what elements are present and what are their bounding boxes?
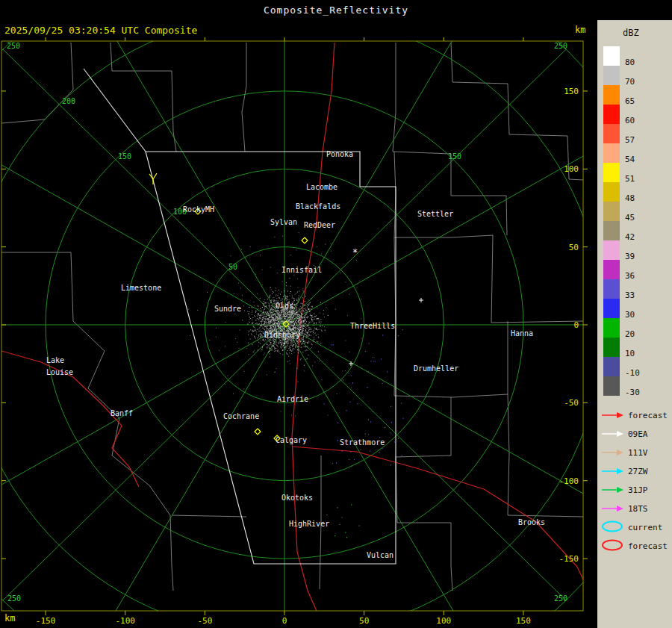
dbz-value-label: 48 [625,193,635,203]
azimuth-spoke [85,20,284,325]
city-label: ThreeHills [350,322,395,330]
azimuth-spoke [0,325,284,520]
track-ellipse: current [597,518,672,537]
dbz-swatch [603,182,620,202]
ring-distance-label: 150 [448,152,461,161]
track-arrow-icon [600,483,626,497]
title-bar: Composite_Reflectivity [0,0,672,20]
track-arrow: 31JP [597,481,672,500]
radar-map[interactable]: 50100150200250150250250250*PonokaLacombe… [0,20,597,628]
track-ellipse-label: forecast [628,541,668,551]
dbz-scale-row: 45 [597,202,672,221]
dbz-scale-row: 70 [597,66,672,85]
y-axis-label: -100 [559,476,579,486]
dbz-value-label: 51 [625,174,635,184]
y-axis-label: 150 [564,87,579,96]
city-label: RedDeer [304,221,335,229]
city-label: Brooks [518,518,545,526]
dbz-value-label: 65 [625,96,635,106]
track-arrow-label: 111V [628,448,648,458]
county-boundary [172,515,246,517]
dbz-swatch [603,202,620,221]
x-axis-label: -100 [115,616,135,626]
dbz-value-label: 57 [625,135,635,145]
dbz-swatch [603,318,620,338]
y-axis-label: 100 [564,164,579,174]
dbz-swatch [603,299,620,318]
county-boundary [242,43,246,152]
dbz-swatch [603,279,620,299]
county-boundary [1,252,73,321]
county-boundary [394,152,493,237]
dbz-swatch [603,66,620,85]
map-layers: 50100150200250150250250250*PonokaLacombe… [0,20,597,628]
y-axis-label: -50 [564,398,579,408]
dbz-value-label: 39 [625,252,635,261]
track-arrow-label: 27ZW [628,467,648,476]
track-arrow-icon [600,427,626,441]
echo-dots-green [326,505,359,538]
city-label: Strathmore [340,438,385,447]
track-arrow: 18TS [597,500,672,518]
dbz-scale-row: -30 [597,376,672,396]
coverage-outline [84,69,146,152]
radar-site-marker [302,237,308,243]
dbz-value-label: -30 [625,388,640,397]
city-label: Sundre [214,305,241,313]
x-axis-label: 0 [282,616,287,626]
dbz-scale-row: 57 [597,124,672,143]
ring-distance-label: 250 [7,42,20,50]
city-label: Vulcan [367,551,393,559]
track-arrow-icon [600,408,626,423]
azimuth-spoke [0,130,284,325]
highway-line [292,447,591,595]
track-ellipse: forecast [597,537,672,556]
track-arrow-label: 09EA [628,429,648,439]
scale-title: dBZ [597,20,672,40]
city-label: RockyMH [183,205,214,214]
dbz-value-label: 60 [625,116,635,125]
city-label: Lacombe [306,183,337,191]
dbz-scale-row: -10 [597,357,672,376]
county-boundary [393,43,396,152]
dbz-value-label: 80 [625,57,635,67]
track-legend: forecast09EA111V27ZW31JP18TScurrentforec… [597,406,672,556]
track-arrow-label: forecast [628,411,668,420]
dbz-value-label: -10 [625,368,640,378]
dbz-value-label: 42 [625,232,635,242]
ring-distance-label: 200 [62,97,75,105]
ring-distance-label: 250 [554,42,567,50]
radar-window: Composite_Reflectivity 50100150200250150… [0,0,672,628]
dbz-scale-row: 80 [597,46,672,66]
dbz-swatch [603,46,620,66]
dbz-scale-row: 54 [597,143,672,163]
dbz-scale-row: 48 [597,182,672,202]
city-label: Olds [276,302,293,310]
city-label: Banff [111,409,133,417]
dbz-scale-row: 30 [597,299,672,318]
dbz-value-label: 10 [625,349,635,358]
city-label: Louise [46,368,73,376]
ring-distance-label: 250 [554,594,567,603]
y-axis-label: 0 [573,320,579,330]
dbz-swatch [603,105,620,124]
content: 50100150200250150250250250*PonokaLacombe… [0,20,672,628]
echo-dots-dim [188,233,374,416]
x-axis-label: 50 [359,616,369,626]
dbz-value-label: 33 [625,290,635,300]
dbz-value-label: 45 [625,213,635,223]
city-label: Ponoka [326,150,353,158]
dbz-value-label: 20 [625,329,635,339]
azimuth-spoke [284,20,484,325]
dbz-value-label: 30 [625,310,635,320]
dbz-value-label: 36 [625,271,635,281]
dbz-swatch [603,143,620,163]
city-label: Drumheller [414,364,458,373]
x-axis-label: 100 [436,616,451,626]
city-label: Lake [46,356,64,364]
dbz-value-label: 70 [625,77,635,87]
dbz-scale-row: 42 [597,221,672,240]
track-arrow: 111V [597,444,672,462]
city-label: Blackfalds [296,202,340,211]
y-marker [149,173,157,184]
